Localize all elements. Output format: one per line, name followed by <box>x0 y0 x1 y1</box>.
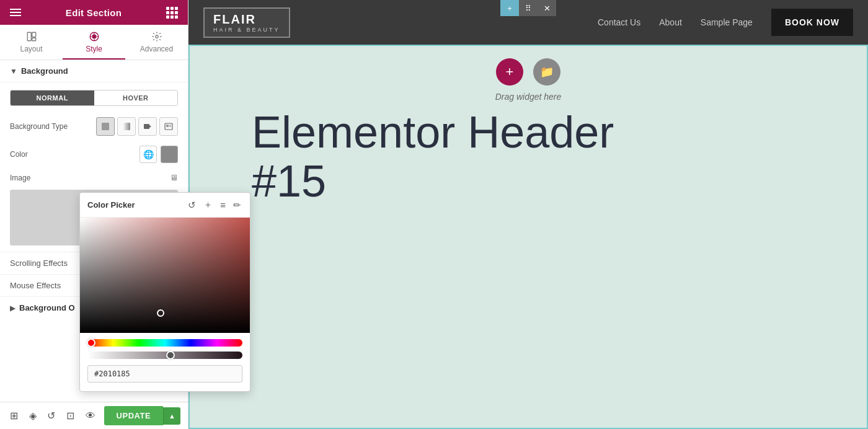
eye-icon[interactable]: 👁 <box>83 408 98 424</box>
tab-advanced[interactable]: Advanced <box>125 25 188 60</box>
widget-area: + 📁 <box>496 58 560 86</box>
color-picker-popup: Color Picker ↺ ＋ ≡ ✏ <box>79 192 250 392</box>
tab-style-label: Style <box>86 45 102 53</box>
section-move-btn[interactable]: ⠿ <box>519 0 538 16</box>
cp-header: Color Picker ↺ ＋ ≡ ✏ <box>80 193 250 218</box>
page-heading: Elementor Header #15 <box>233 102 632 206</box>
tab-layout[interactable]: Layout <box>0 25 63 60</box>
logo-sub: HAIR & BEAUTY <box>213 27 280 33</box>
svg-rect-2 <box>32 38 35 41</box>
image-label: Image <box>10 174 165 182</box>
cp-hue-thumb <box>87 338 95 347</box>
tab-layout-label: Layout <box>20 45 42 53</box>
bg-type-gradient-btn[interactable] <box>117 117 136 136</box>
cp-actions: ↺ ＋ ≡ ✏ <box>187 198 242 212</box>
panel-title: Edit Section <box>66 7 122 18</box>
book-now-button[interactable]: BOOK NOW <box>771 9 853 36</box>
cp-palette-btn[interactable]: ≡ <box>219 198 227 212</box>
background-type-row: Background Type <box>0 112 188 141</box>
main-content: + ⠿ ✕ FLAIR HAIR & BEAUTY Contact Us Abo… <box>188 0 868 429</box>
left-panel: Edit Section Layout Sty <box>0 0 188 429</box>
section-close-btn[interactable]: ✕ <box>538 0 556 16</box>
bg-type-buttons <box>96 117 178 136</box>
heading-line2: #15 <box>252 157 614 206</box>
cp-canvas[interactable] <box>80 218 250 333</box>
update-arrow-button[interactable]: ▲ <box>163 407 180 425</box>
history-icon[interactable]: ↺ <box>45 407 58 424</box>
grid-icon[interactable] <box>166 7 178 19</box>
svg-rect-0 <box>27 32 31 41</box>
tab-advanced-label: Advanced <box>140 45 173 53</box>
folder-widget-button[interactable]: 📁 <box>533 58 560 86</box>
cp-hex-input[interactable] <box>87 365 242 383</box>
bg-type-slideshow-btn[interactable] <box>159 117 178 136</box>
nav-link-about[interactable]: About <box>659 17 682 27</box>
color-label: Color <box>10 150 135 159</box>
state-tab-hover[interactable]: HOVER <box>94 91 178 105</box>
panel-tabs: Layout Style Advanced <box>0 25 188 60</box>
background-type-label: Background Type <box>10 122 91 131</box>
monitor-icon: 🖥 <box>170 173 178 182</box>
cp-title: Color Picker <box>87 200 135 210</box>
color-swatch-container: 🌐 <box>140 146 178 163</box>
add-widget-button[interactable]: + <box>496 58 523 86</box>
svg-rect-12 <box>144 124 149 129</box>
state-tabs: NORMAL HOVER <box>10 90 178 106</box>
background-section-header[interactable]: ▼ Background <box>0 60 188 82</box>
svg-rect-1 <box>32 32 35 37</box>
heading-line1: Elementor Header <box>252 108 614 157</box>
cp-alpha-track <box>87 352 242 359</box>
svg-rect-16 <box>169 125 171 127</box>
tab-style[interactable]: Style <box>63 25 125 60</box>
cp-reset-btn[interactable]: ↺ <box>187 198 197 212</box>
bg-overlay-label: Background O <box>19 303 75 312</box>
update-btn-group: UPDATE ▲ <box>104 406 180 425</box>
responsive-icon[interactable]: ⊡ <box>64 407 77 424</box>
color-swatch[interactable] <box>161 146 178 163</box>
cp-alpha-thumb <box>166 351 175 360</box>
mouse-effects-label: Mouse Effects <box>10 281 61 290</box>
global-color-btn[interactable]: 🌐 <box>140 146 157 163</box>
page-section: + 📁 Drag widget here Elementor Header #1… <box>188 45 868 429</box>
panel-footer: ⊞ ◈ ↺ ⊡ 👁 UPDATE ▲ <box>0 402 188 429</box>
svg-rect-10 <box>102 123 109 130</box>
drag-widget-text: Drag widget here <box>495 92 562 102</box>
nav-links: Contact Us About Sample Page BOOK NOW <box>598 9 853 36</box>
cp-hue-slider[interactable] <box>87 339 242 347</box>
svg-point-4 <box>92 35 96 38</box>
nav-link-contact[interactable]: Contact Us <box>598 17 640 27</box>
svg-marker-13 <box>149 125 151 128</box>
nav-link-sample[interactable]: Sample Page <box>701 17 753 27</box>
image-row: Image 🖥 <box>0 168 188 187</box>
cp-alpha-slider[interactable] <box>87 352 242 359</box>
svg-rect-15 <box>166 125 169 127</box>
update-button[interactable]: UPDATE <box>104 406 163 425</box>
background-section-label: Background <box>21 66 68 76</box>
bg-type-video-btn[interactable] <box>138 117 157 136</box>
cp-add-btn[interactable]: ＋ <box>202 198 214 212</box>
cp-canvas-wrapper[interactable] <box>80 218 250 333</box>
cp-eyedropper-btn[interactable]: ✏ <box>232 198 242 212</box>
logo-name: FLAIR <box>213 12 280 27</box>
color-row: Color 🌐 <box>0 141 188 168</box>
chevron-right-icon: ▶ <box>10 304 16 312</box>
bg-type-classic-btn[interactable] <box>96 117 115 136</box>
chevron-down-icon: ▼ <box>10 67 17 76</box>
site-logo: FLAIR HAIR & BEAUTY <box>203 7 290 38</box>
layers-icon[interactable]: ⊞ <box>7 407 20 424</box>
section-toolbar: + ⠿ ✕ <box>500 0 556 16</box>
cp-hex-row <box>87 365 242 383</box>
svg-rect-11 <box>123 123 130 130</box>
hamburger-menu-icon[interactable] <box>10 9 21 16</box>
scrolling-effects-label: Scrolling Effects <box>10 259 68 268</box>
elements-icon[interactable]: ◈ <box>27 407 39 424</box>
svg-point-9 <box>155 35 158 38</box>
state-tab-normal[interactable]: NORMAL <box>11 91 94 105</box>
panel-header: Edit Section <box>0 0 188 25</box>
section-add-btn[interactable]: + <box>500 0 519 16</box>
